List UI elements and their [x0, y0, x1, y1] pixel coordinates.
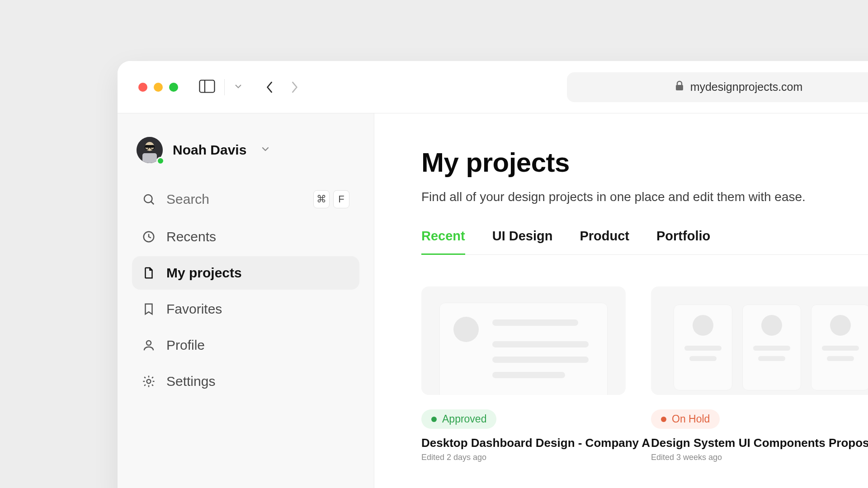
project-title: Design System UI Components Proposal - C: [651, 436, 868, 450]
kbd-cmd: ⌘: [313, 190, 330, 208]
clock-icon: [142, 230, 156, 244]
toolbar-left: [199, 79, 243, 95]
maximize-window-button[interactable]: [169, 83, 178, 92]
project-meta: Edited 2 days ago: [421, 453, 626, 462]
avatar: [137, 137, 163, 163]
user-icon: [142, 338, 156, 352]
status-dot-icon: [431, 417, 437, 422]
window-controls: [138, 83, 178, 92]
navigation-arrows: [265, 79, 299, 95]
project-meta: Edited 3 weeks ago: [651, 453, 868, 462]
sidebar-item-label: My projects: [166, 265, 349, 281]
bookmark-icon: [142, 302, 156, 316]
sidebar-item-settings[interactable]: Settings: [132, 365, 359, 398]
presence-online-indicator: [156, 157, 165, 165]
search-icon: [142, 192, 156, 206]
sidebar-item-label: Settings: [166, 374, 349, 389]
svg-point-13: [147, 380, 151, 384]
project-card[interactable]: Approved Desktop Dashboard Design - Comp…: [421, 286, 626, 462]
status-dot-icon: [661, 417, 666, 422]
svg-line-10: [151, 202, 154, 204]
project-thumbnail: [651, 286, 868, 395]
forward-button[interactable]: [290, 79, 299, 95]
sidebar: Noah Davis Search ⌘ F: [118, 113, 374, 488]
document-icon: [142, 266, 156, 280]
close-window-button[interactable]: [138, 83, 147, 92]
gear-icon: [142, 375, 156, 388]
lock-icon: [675, 80, 684, 94]
toolbar-divider: [224, 79, 225, 95]
sidebar-item-recents[interactable]: Recents: [132, 220, 359, 253]
sidebar-item-label: Search: [166, 192, 302, 207]
page-title: My projects: [421, 147, 868, 178]
titlebar: mydesignprojects.com: [118, 61, 868, 113]
sidebar-item-label: Favorites: [166, 301, 349, 317]
status-label: Approved: [442, 413, 486, 425]
project-title: Desktop Dashboard Design - Company A: [421, 436, 626, 450]
sidebar-item-search[interactable]: Search ⌘ F: [132, 181, 359, 217]
kbd-f: F: [333, 190, 349, 208]
project-thumbnail: [421, 286, 626, 395]
page-subtitle: Find all of your design projects in one …: [421, 190, 868, 204]
tab-product[interactable]: Product: [580, 229, 629, 254]
tab-portfolio[interactable]: Portfolio: [656, 229, 710, 254]
app-window: mydesignprojects.com: [118, 61, 868, 488]
status-badge: On Hold: [651, 409, 720, 429]
tab-recent[interactable]: Recent: [421, 229, 465, 255]
main-content: My projects Find all of your design proj…: [374, 113, 868, 488]
sidebar-item-favorites[interactable]: Favorites: [132, 292, 359, 326]
svg-rect-2: [676, 85, 683, 90]
chevron-down-icon[interactable]: [234, 82, 243, 93]
search-shortcut: ⌘ F: [313, 190, 349, 208]
project-list: Approved Desktop Dashboard Design - Comp…: [421, 286, 868, 462]
sidebar-item-my-projects[interactable]: My projects: [132, 256, 359, 290]
svg-rect-8: [142, 153, 157, 163]
profile-menu[interactable]: Noah Davis: [132, 135, 359, 175]
address-text: mydesignprojects.com: [690, 80, 803, 94]
svg-rect-0: [200, 80, 215, 92]
tab-ui-design[interactable]: UI Design: [492, 229, 553, 254]
svg-point-12: [146, 341, 151, 345]
project-card[interactable]: On Hold Design System UI Components Prop…: [651, 286, 868, 462]
status-badge: Approved: [421, 409, 496, 429]
address-bar[interactable]: mydesignprojects.com: [567, 72, 868, 102]
project-tabs: Recent UI Design Product Portfolio: [421, 229, 868, 255]
back-button[interactable]: [265, 79, 274, 95]
chevron-down-icon: [260, 144, 271, 156]
minimize-window-button[interactable]: [154, 83, 163, 92]
status-label: On Hold: [672, 413, 710, 425]
sidebar-item-profile[interactable]: Profile: [132, 328, 359, 362]
sidebar-item-label: Recents: [166, 229, 349, 244]
sidebar-toggle-icon[interactable]: [199, 80, 215, 95]
profile-name: Noah Davis: [173, 142, 246, 158]
sidebar-nav: Search ⌘ F Recents My proj: [132, 181, 359, 398]
sidebar-item-label: Profile: [166, 338, 349, 353]
svg-point-9: [144, 195, 152, 203]
